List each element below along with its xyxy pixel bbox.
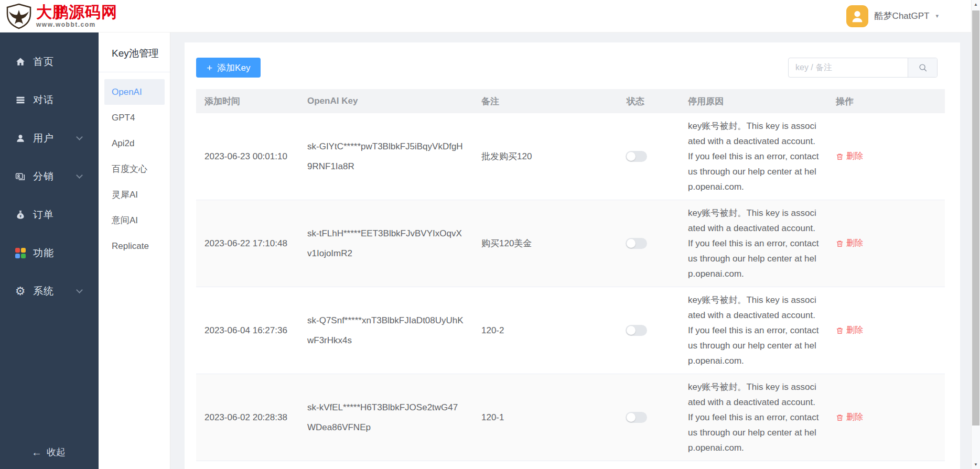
site-title: 大鹏源码网 xyxy=(36,4,117,20)
main-content: + 添加Key 添加时间 OpenAI Key 备注 状态 停用原因 操作 xyxy=(170,32,971,469)
content-card: + 添加Key 添加时间 OpenAI Key 备注 状态 停用原因 操作 xyxy=(185,42,960,469)
site-logo[interactable]: 大鹏源码网 www.wobbt.com xyxy=(0,3,117,29)
home-icon xyxy=(14,57,26,67)
search-icon xyxy=(918,63,928,72)
gear-icon: ⚙ xyxy=(14,286,26,297)
cell-status xyxy=(618,374,680,461)
submenu-item-api2d[interactable]: Api2d xyxy=(104,130,165,156)
page-scrollbar[interactable]: ▲ ▼ xyxy=(971,0,980,469)
chevron-down-icon xyxy=(76,172,83,179)
submenu-item-lingxi-ai[interactable]: 灵犀AI xyxy=(104,182,165,208)
trash-icon xyxy=(836,152,844,161)
cell-disable-reason: key账号被封。This key is associated with a de… xyxy=(680,113,827,200)
table-row: 2023-06-04 16:27:36 sk-Q7Snf*****xnT3Blb… xyxy=(196,287,945,374)
avatar xyxy=(846,5,868,27)
submenu-item-gpt4[interactable]: GPT4 xyxy=(104,105,165,130)
person-icon xyxy=(849,8,865,24)
cell-operations: 删除 xyxy=(827,200,945,287)
status-toggle[interactable] xyxy=(626,325,647,336)
column-header-key: OpenAI Key xyxy=(299,96,473,106)
cell-note: 120-1 xyxy=(473,374,618,461)
table-row: 2023-06-22 17:10:48 sk-tFLhH*****EET3Blb… xyxy=(196,200,945,287)
scrollbar-thumb[interactable] xyxy=(972,10,979,426)
cell-operations: 删除 xyxy=(827,374,945,461)
table-row: 2023-06-02 20:28:38 sk-kVfEL*****H6T3Blb… xyxy=(196,374,945,461)
sidebar-item-users[interactable]: 用户 xyxy=(0,119,99,157)
scroll-up-icon[interactable]: ▲ xyxy=(972,0,980,9)
column-header-note: 备注 xyxy=(473,95,618,107)
caret-down-icon: ▾ xyxy=(935,13,939,19)
cell-openai-key: sk-tFLhH*****EET3BlbkFJvBVYIxOqvXv1IojoI… xyxy=(299,200,473,287)
table-body: 2023-06-23 00:01:10 sk-GIYtC*****pwT3Blb… xyxy=(196,113,945,461)
cell-note: 120-2 xyxy=(473,287,618,374)
distribution-card-icon xyxy=(14,171,26,182)
cell-added-time: 2023-06-22 17:10:48 xyxy=(196,200,299,287)
chat-list-icon xyxy=(14,95,26,105)
collapse-sidebar-button[interactable]: ← 收起 xyxy=(0,442,99,463)
sidebar-item-features[interactable]: 功能 xyxy=(0,234,99,272)
column-header-operations: 操作 xyxy=(827,95,945,107)
trash-icon xyxy=(836,239,844,248)
add-key-button[interactable]: + 添加Key xyxy=(196,58,261,78)
colored-grid-icon xyxy=(14,248,26,258)
submenu-item-yijian-ai[interactable]: 意间AI xyxy=(104,208,165,233)
cell-added-time: 2023-06-02 20:28:38 xyxy=(196,374,299,461)
trash-icon xyxy=(836,413,844,422)
search-box xyxy=(788,58,938,78)
cell-status xyxy=(618,287,680,374)
cell-openai-key: sk-kVfEL*****H6T3BlbkFJOSe2twG47WDea86VF… xyxy=(299,374,473,461)
delete-button[interactable]: 删除 xyxy=(836,151,863,162)
user-name: 酷梦ChatGPT xyxy=(875,10,930,22)
table-header: 添加时间 OpenAI Key 备注 状态 停用原因 操作 xyxy=(196,89,945,113)
trash-icon xyxy=(836,326,844,335)
chevron-down-icon xyxy=(76,134,83,140)
svg-text:¥: ¥ xyxy=(19,214,21,217)
key-pool-sidebar: Key池管理 OpenAI GPT4 Api2d 百度文心 灵犀AI 意间AI … xyxy=(99,32,170,469)
column-header-status: 状态 xyxy=(618,95,680,107)
search-button[interactable] xyxy=(908,58,937,77)
sidebar-item-orders[interactable]: ¥ 订单 xyxy=(0,195,99,234)
site-url: www.wobbt.com xyxy=(36,21,117,28)
main-sidebar: 首页 对话 用户 分销 xyxy=(0,32,99,469)
plus-icon: + xyxy=(207,63,212,73)
sidebar-item-chat[interactable]: 对话 xyxy=(0,81,99,119)
search-input[interactable] xyxy=(789,58,908,77)
sidebar-item-system[interactable]: ⚙ 系统 xyxy=(0,272,99,310)
delete-button[interactable]: 删除 xyxy=(836,238,863,249)
column-header-time: 添加时间 xyxy=(196,95,299,107)
cell-note: 购买120美金 xyxy=(473,200,618,287)
cell-status xyxy=(618,200,680,287)
status-toggle[interactable] xyxy=(626,238,647,249)
user-menu[interactable]: 酷梦ChatGPT ▾ xyxy=(846,5,971,27)
status-toggle[interactable] xyxy=(626,151,647,162)
cell-added-time: 2023-06-04 16:27:36 xyxy=(196,287,299,374)
status-toggle[interactable] xyxy=(626,412,647,423)
eagle-shield-icon xyxy=(5,3,33,29)
collapse-label: 收起 xyxy=(47,446,66,459)
table-row: 2023-06-23 00:01:10 sk-GIYtC*****pwT3Blb… xyxy=(196,113,945,200)
submenu-item-openai[interactable]: OpenAI xyxy=(104,79,165,105)
scroll-down-icon[interactable]: ▼ xyxy=(972,460,980,469)
delete-button[interactable]: 删除 xyxy=(836,412,863,423)
moneybag-icon: ¥ xyxy=(14,210,26,220)
column-header-reason: 停用原因 xyxy=(680,95,827,107)
user-icon xyxy=(14,133,26,144)
chevron-down-icon xyxy=(76,287,83,293)
cell-operations: 删除 xyxy=(827,287,945,374)
submenu-item-baidu-wenxin[interactable]: 百度文心 xyxy=(104,156,165,182)
cell-added-time: 2023-06-23 00:01:10 xyxy=(196,113,299,200)
top-navbar: 大鹏源码网 www.wobbt.com 酷梦ChatGPT ▾ xyxy=(0,0,971,32)
cell-status xyxy=(618,113,680,200)
cell-openai-key: sk-GIYtC*****pwT3BlbkFJ5iBqyVkDfgH9RNF1I… xyxy=(299,113,473,200)
sidebar-item-home[interactable]: 首页 xyxy=(0,42,99,81)
left-arrow-icon: ← xyxy=(31,447,42,457)
delete-button[interactable]: 删除 xyxy=(836,325,863,336)
key-table: 添加时间 OpenAI Key 备注 状态 停用原因 操作 2023-06-23… xyxy=(196,89,945,461)
cell-disable-reason: key账号被封。This key is associated with a de… xyxy=(680,200,827,287)
key-pool-title: Key池管理 xyxy=(99,32,170,72)
cell-disable-reason: key账号被封。This key is associated with a de… xyxy=(680,287,827,374)
cell-disable-reason: key账号被封。This key is associated with a de… xyxy=(680,374,827,461)
sidebar-item-distribution[interactable]: 分销 xyxy=(0,157,99,195)
submenu-item-replicate[interactable]: Replicate xyxy=(104,233,165,259)
cell-note: 批发购买120 xyxy=(473,113,618,200)
